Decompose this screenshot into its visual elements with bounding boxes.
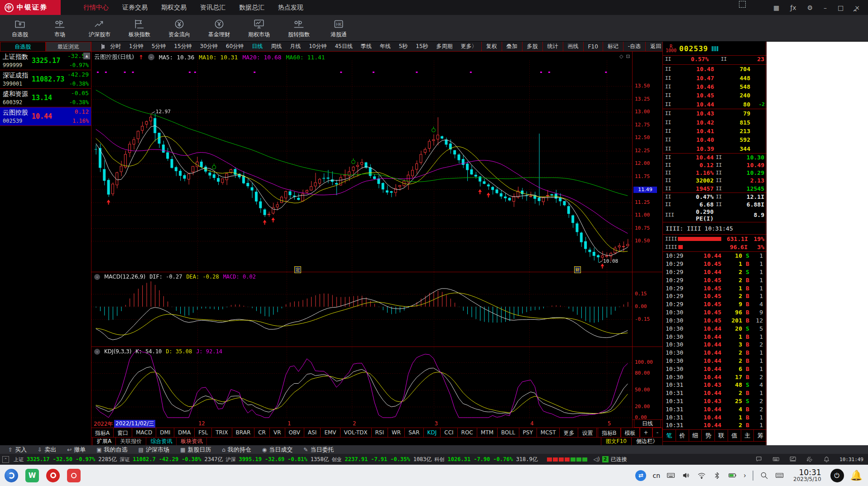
- toolbar-collapse-button[interactable]: ⌃: [852, 8, 858, 17]
- period-tab-分时[interactable]: 分时: [106, 43, 125, 50]
- trade-tick-row[interactable]: 10:3010.441B1: [663, 332, 767, 341]
- chart-button-复权[interactable]: 复权: [481, 42, 502, 51]
- ext-right-图文F10[interactable]: 图文F10: [601, 438, 631, 445]
- toolbar-item-市场[interactable]: 市场: [40, 18, 80, 38]
- settings-gear-icon[interactable]: ⚙: [807, 4, 813, 11]
- trade-tick-row[interactable]: 10:2910.442S1: [663, 268, 767, 276]
- stock-row-002539[interactable]: 云图控股00253910.440.121.16%: [0, 107, 91, 126]
- index-segment-科创[interactable]: 科创1026.31-7.90-0.76%318.9亿: [435, 456, 538, 463]
- trade-tick-row[interactable]: 10:3010.4596B9: [663, 308, 767, 317]
- period-tab-多周期[interactable]: 多周期: [432, 43, 457, 50]
- trade-button-新股日历[interactable]: ▦新股日历: [176, 446, 216, 454]
- fx-icon[interactable]: ƒx: [790, 4, 796, 11]
- trade-tick-row[interactable]: 10:3010.443B2: [663, 341, 767, 349]
- index-segment-沪深[interactable]: 沪深3995.19-32.69-0.81%1358亿: [225, 456, 329, 463]
- quote-tab-价[interactable]: 价: [676, 430, 689, 441]
- ask-row[interactable]: II10.48704: [663, 65, 767, 73]
- chevron-down-icon[interactable]: ⌄: [148, 54, 154, 60]
- trade-tick-row[interactable]: 10:3010.442B1: [663, 357, 767, 365]
- indicator-right-+[interactable]: +: [640, 428, 652, 437]
- indicator-tab-CR[interactable]: CR: [254, 428, 270, 437]
- macd-chart-canvas[interactable]: [91, 272, 632, 346]
- indicator-right-模板[interactable]: 模板: [621, 428, 640, 437]
- scroll-up-button[interactable]: ▲: [83, 53, 90, 59]
- panel-layout-icon[interactable]: ⊡: [626, 53, 630, 59]
- menu-item-证券交易[interactable]: 证券交易: [122, 4, 148, 12]
- indicator-tab-KDJ[interactable]: KDJ: [424, 428, 441, 437]
- indicator-tab-VR[interactable]: VR: [270, 428, 285, 437]
- toolbar-item-沪深股市[interactable]: 沪深股市: [80, 18, 120, 38]
- trade-tick-row[interactable]: 10:3010.45201B12: [663, 317, 767, 325]
- stock-row-600392[interactable]: 盛和资源60039213.14-0.05-0.38%: [0, 89, 91, 107]
- trade-tick-row[interactable]: 10:3010.4417B2: [663, 373, 767, 381]
- indicator-tab-SAR[interactable]: SAR: [405, 428, 423, 437]
- toolbar-item-股转指数[interactable]: 股转指数: [279, 18, 319, 38]
- period-tab-45日线[interactable]: 45日线: [331, 43, 356, 50]
- indicator-tab-ASI[interactable]: ASI: [304, 428, 321, 437]
- toolbar-item-基金理财[interactable]: 基金理财: [199, 18, 239, 38]
- trade-tick-row[interactable]: 10:3110.442B1: [663, 389, 767, 397]
- period-tab-15分钟[interactable]: 15分钟: [170, 43, 196, 50]
- bid-row[interactable]: II10.41213: [663, 127, 767, 135]
- chat-icon[interactable]: [756, 456, 763, 463]
- indicator-tab-指标A[interactable]: 指标A: [91, 428, 114, 437]
- ask-row[interactable]: II10.46548: [663, 82, 767, 91]
- indicator-tab-窗口[interactable]: 窗口: [114, 428, 132, 437]
- chevron-down-icon[interactable]: ⌄: [94, 274, 100, 280]
- wps-app-icon[interactable]: W: [25, 469, 39, 482]
- indicator-tab-MACD[interactable]: MACD: [132, 428, 156, 437]
- toolbar-item-期权市场[interactable]: 期权市场: [239, 18, 279, 38]
- taskbar-clock[interactable]: 10:31 2023/5/10: [793, 468, 821, 483]
- chart-button-叠加[interactable]: 叠加: [502, 42, 522, 51]
- ext-tab-综合资讯[interactable]: 综合资讯: [146, 438, 177, 445]
- toolbar-item-板块指数[interactable]: 板块指数: [120, 18, 159, 38]
- period-tab-月线[interactable]: 月线: [286, 43, 305, 50]
- period-tab-5秒[interactable]: 5秒: [395, 43, 412, 50]
- diamond-icon[interactable]: ◇: [619, 53, 623, 59]
- chart-button-多股[interactable]: 多股: [522, 42, 542, 51]
- stock-row-399001[interactable]: 深证成指39900111082.73-42.29-0.38%: [0, 70, 91, 89]
- minimize-button[interactable]: –: [824, 4, 827, 11]
- ask-row[interactable]: II10.4480-2: [663, 100, 767, 109]
- chart-button-F10[interactable]: F10: [583, 42, 603, 51]
- quote-tab-筹[interactable]: 筹: [754, 430, 767, 441]
- index-segment-创业[interactable]: 创业2237.91-7.91-0.35%1083亿: [332, 456, 432, 463]
- indicator-tab-EMV[interactable]: EMV: [321, 428, 340, 437]
- notification-bell-icon[interactable]: 🔔: [850, 470, 863, 481]
- stock-row-999999[interactable]: 上证指数9999993325.17-32.50-0.97%: [0, 52, 91, 70]
- trade-tick-row[interactable]: 10:2910.4410S1: [663, 252, 767, 260]
- indicator-tab-MTM[interactable]: MTM: [477, 428, 498, 437]
- trade-tick-row[interactable]: 10:3110.444B2: [663, 405, 767, 413]
- wifi-icon[interactable]: [697, 471, 706, 480]
- menu-item-期权交易[interactable]: 期权交易: [161, 4, 187, 12]
- monitor-chart-icon[interactable]: [789, 456, 797, 463]
- ext-right-侧边栏》[interactable]: 侧边栏》: [631, 438, 662, 445]
- language-indicator[interactable]: cn: [652, 472, 660, 479]
- trade-tick-row[interactable]: 10:2910.452B1: [663, 292, 767, 300]
- main-chart-canvas[interactable]: [91, 52, 632, 272]
- trade-tick-row[interactable]: 10:3110.441B1: [663, 413, 767, 421]
- trade-tick-row[interactable]: 10:3010.442B1: [663, 349, 767, 357]
- indicator-right-指标B[interactable]: 指标B: [598, 428, 620, 437]
- period-tab-季线[interactable]: 季线: [357, 43, 376, 50]
- trade-button-买入[interactable]: ⇧买入: [4, 446, 31, 454]
- trade-tick-row[interactable]: 10:2910.451B1: [663, 260, 767, 268]
- indicator-right--[interactable]: -: [652, 428, 662, 437]
- indicator-tab-OBV[interactable]: OBV: [285, 428, 305, 437]
- quote-tab-势[interactable]: 势: [702, 430, 715, 441]
- indicator-tab-WR[interactable]: WR: [388, 428, 405, 437]
- menu-item-行情中心[interactable]: 行情中心: [83, 4, 109, 12]
- bid-row[interactable]: II10.40592: [663, 135, 767, 144]
- period-tab-60分钟[interactable]: 60分钟: [222, 43, 248, 50]
- period-tab-年线[interactable]: 年线: [376, 43, 395, 50]
- index-segment-深证[interactable]: 深证11082.7-42.29-0.38%2347亿: [120, 456, 223, 463]
- quote-tab-笔[interactable]: 笔: [663, 430, 676, 441]
- sidebar-tab-最近浏览[interactable]: 最近浏览: [46, 42, 91, 52]
- signal-badge-cai[interactable]: 财: [574, 266, 581, 273]
- signal-badge-ding[interactable]: 定: [294, 266, 301, 273]
- keyboard-outline-icon[interactable]: [667, 471, 676, 480]
- bluetooth-icon[interactable]: [713, 471, 722, 480]
- battery-icon[interactable]: [728, 471, 737, 480]
- ext-tab-板块资讯[interactable]: 板块资讯: [177, 438, 207, 445]
- trade-tick-row[interactable]: 10:2910.459B4: [663, 300, 767, 308]
